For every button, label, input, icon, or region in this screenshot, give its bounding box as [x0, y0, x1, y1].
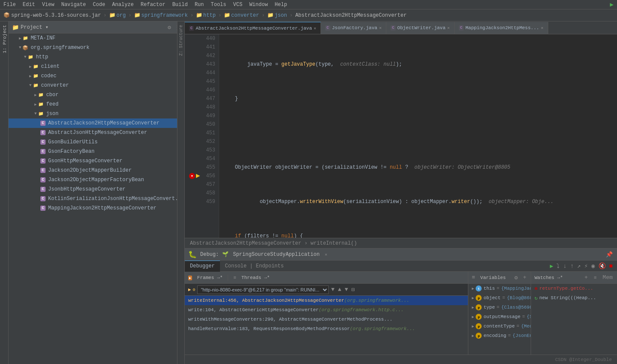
debug-pin-icon[interactable]: 📌 — [605, 250, 614, 259]
debug-stepout-btn[interactable]: ↑ — [569, 262, 574, 270]
menu-analyze[interactable]: Analyze — [112, 2, 134, 8]
menu-code[interactable]: Code — [93, 2, 105, 8]
frame-item-2[interactable]: write:104, AbstractGenericHttpMessageCon… — [185, 305, 468, 315]
tree-org-springframework[interactable]: ▼ 📦 org.springframework — [9, 43, 184, 52]
watches-section: Watches →* + ≡ Mem ⊗ returnType.getCo... — [531, 272, 617, 355]
debug-stepinto-btn[interactable]: ↓ — [562, 262, 567, 270]
tree-jsonb-http[interactable]: C JsonbHttpMessageConverter — [9, 185, 184, 194]
tree-json[interactable]: ▼ 📁 json — [9, 109, 184, 118]
menu-navigate[interactable]: Navigate — [61, 2, 86, 8]
tree-meta-inf[interactable]: ▶ 📁 META-INF — [9, 33, 184, 43]
bc-json[interactable]: 📁json — [267, 12, 287, 18]
tree-converter[interactable]: ▼ 📁 converter — [9, 81, 184, 90]
menu-view[interactable]: View — [42, 2, 55, 8]
code-editor[interactable]: 440 441 442 443 444 — [185, 34, 617, 238]
frames-list: writeInternal:456, AbstractJackson2HttpM… — [185, 296, 468, 355]
project-panel: 📁 Project ▾ ⚙ ⋮ ▶ 📁 META-INF ▼ 📦 org.spr… — [9, 21, 184, 364]
watches-mem-icon[interactable]: Mem — [602, 273, 614, 282]
project-tree: ▶ 📁 META-INF ▼ 📦 org.springframework ▼ 📁… — [9, 33, 184, 364]
tab-close-abstract-jackson[interactable]: ✕ — [314, 26, 316, 31]
tree-cbor[interactable]: ▶ 📁 cbor — [9, 90, 184, 100]
vars-settings-icon[interactable]: ⚙ — [513, 273, 519, 282]
content-area: C AbstractJackson2HttpMessageConverter.j… — [185, 21, 617, 364]
vtab-project[interactable]: 1: Project — [0, 21, 8, 57]
thread-dropdown-icon[interactable]: ▼ — [330, 285, 336, 294]
menu-build[interactable]: Build — [172, 2, 188, 8]
frame-item-3[interactable]: writeWithMessageConverters:290, Abstract… — [185, 315, 468, 324]
tab-bar: C AbstractJackson2HttpMessageConverter.j… — [185, 21, 617, 34]
debug-stop-btn[interactable]: ■ — [608, 262, 614, 270]
menu-refactor[interactable]: Refactor — [141, 2, 165, 8]
code-line-445: if (filters != null) { — [223, 232, 614, 238]
bc-springframework[interactable]: 📁springframework — [134, 12, 188, 18]
bc-class[interactable]: AbstractJackson2HttpMessageConverter — [295, 12, 406, 18]
thread-nav-down[interactable]: ▼ — [344, 285, 349, 294]
var-encoding[interactable]: ▶ p encoding = {JsonEncoding@7871} "UTF8… — [468, 331, 531, 340]
menu-window[interactable]: Window — [249, 2, 268, 8]
variables-label: Variables — [480, 275, 506, 280]
structure-vtab[interactable]: Z: Structure — [177, 21, 185, 364]
tree-gson-http[interactable]: C GsonHttpMessageConverter — [9, 156, 184, 166]
var-output-message[interactable]: ▶ p outputMessage = {ServletServerHttpRe… — [468, 312, 531, 322]
watch-item-2[interactable]: ↻ new String(((Heap... — [531, 293, 617, 303]
tab-close-object-writer[interactable]: ✕ — [447, 25, 450, 30]
tree-gson-factory-bean[interactable]: C GsonFactoryBean — [9, 147, 184, 156]
var-object[interactable]: ▶ p object = {Blog@8684} — [468, 293, 531, 303]
bc-converter[interactable]: 📁converter — [224, 12, 259, 18]
debug-runtocursor-btn[interactable]: ↗ — [576, 261, 581, 270]
tab-abstract-jackson[interactable]: C AbstractJackson2HttpMessageConverter.j… — [185, 22, 321, 34]
tree-gson-builder[interactable]: C GsonBuilderUtils — [9, 137, 184, 147]
menu-tools[interactable]: Tools — [211, 2, 226, 8]
tree-client[interactable]: ▶ 📁 client — [9, 62, 184, 71]
tab-console[interactable]: Console | Endpoints — [220, 261, 289, 272]
tab-json-factory[interactable]: C JsonFactory.java ✕ — [321, 22, 386, 34]
code-line-443: ObjectWriter objectWriter = (serializati… — [223, 163, 614, 172]
tree-jackson2-factory-bean[interactable]: C Jackson2ObjectMapperFactoryBean — [9, 175, 184, 185]
frames-section: ▶ Frames →* ≡ Threads →* ▶ ⚙ "http-nio-8… — [185, 272, 468, 355]
tab-mapping-jackson[interactable]: C MappingJackson2HttpMess... ✕ — [455, 22, 548, 34]
tab-debugger[interactable]: Debugger — [185, 261, 220, 272]
debug-evaluate-btn[interactable]: ⚡ — [583, 261, 589, 270]
tree-kotlin-json[interactable]: C KotlinSerializationJsonHttpMessageConv… — [9, 194, 184, 203]
editor-breadcrumb: AbstractJackson2HttpMessageConverter › w… — [190, 240, 357, 246]
tree-abstract-json[interactable]: C AbstractJsonHttpMessageConverter — [9, 128, 184, 137]
tree-codec[interactable]: ▶ 📁 codec — [9, 71, 184, 81]
vars-add-icon[interactable]: + — [522, 273, 527, 282]
var-type[interactable]: ▶ p type = {Class@5698} "class com.yex.s… — [468, 303, 531, 312]
menu-vcs[interactable]: VCS — [233, 2, 243, 8]
tab-close-json-factory[interactable]: ✕ — [379, 25, 382, 30]
var-this[interactable]: ▶ t this = {MappingJacksonHttpMessageCon… — [468, 284, 531, 293]
watch-item-1[interactable]: ⊗ returnType.getCo... — [531, 284, 617, 293]
watches-label: Watches →* — [535, 275, 563, 280]
menu-help[interactable]: Help — [275, 2, 287, 8]
debug-close[interactable]: ✕ — [325, 252, 327, 257]
tab-close-mapping[interactable]: ✕ — [541, 25, 544, 30]
menu-file[interactable]: File — [3, 2, 16, 8]
menu-edit[interactable]: Edit — [23, 2, 35, 8]
frame-item-4[interactable]: handleReturnValue:183, RequestResponseBo… — [185, 324, 468, 334]
tree-feed[interactable]: ▶ 📁 feed — [9, 100, 184, 109]
status-bar-editor: AbstractJackson2HttpMessageConverter › w… — [185, 238, 617, 248]
tree-jackson2-mapper-builder[interactable]: C Jackson2ObjectMapperBuilder — [9, 166, 184, 175]
thread-filter[interactable]: ⊟ — [351, 285, 356, 294]
debug-subtabs: Debugger Console | Endpoints ▶ ⤵ ↓ ↑ ↗ ⚡… — [185, 261, 617, 272]
tree-abstract-jackson[interactable]: C AbstractJackson2HttpMessageConverter — [9, 118, 184, 128]
thread-nav-up[interactable]: ▲ — [337, 285, 342, 294]
var-content-type[interactable]: ▶ p contentType = {MediaType@8802} "appl… — [468, 322, 531, 331]
menu-run[interactable]: Run — [195, 2, 204, 8]
debug-stepover-btn[interactable]: ⤵ — [556, 262, 560, 270]
debug-breakpoints-btn[interactable]: ◉ — [590, 261, 596, 270]
bc-http[interactable]: 📁http — [196, 12, 216, 18]
watches-add-icon[interactable]: + — [583, 273, 589, 282]
bc-org[interactable]: 📁org — [109, 12, 126, 18]
vars-header: ≡ Variables ⚙ + — [468, 272, 531, 284]
frame-item-1[interactable]: writeInternal:456, AbstractJackson2HttpM… — [185, 296, 468, 305]
tab-object-writer[interactable]: C ObjectWriter.java ✕ — [386, 22, 455, 34]
thread-selector[interactable]: "http-nio-8080-exec-9"@6,217 in group "m… — [197, 285, 329, 294]
tree-mapping-jackson[interactable]: C MappingJackson2HttpMessageConverter — [9, 203, 184, 213]
debug-mute-btn[interactable]: 🔇 — [598, 261, 607, 270]
tree-http[interactable]: ▼ 📁 http — [9, 52, 184, 62]
project-gear-icon[interactable]: ⚙ — [167, 23, 172, 32]
debug-resume-btn[interactable]: ▶ — [549, 262, 554, 270]
bc-jar[interactable]: 📦spring-web-5.3.16-sources.jar — [3, 12, 101, 18]
